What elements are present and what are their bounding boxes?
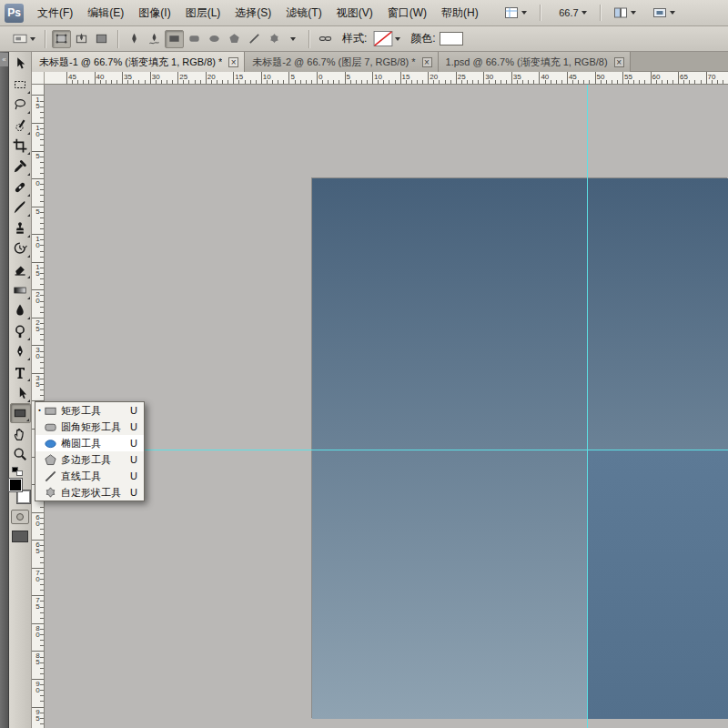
screen-mode-toggle[interactable]: [12, 531, 28, 542]
ruler-tick: [40, 590, 44, 591]
menu-window[interactable]: 窗口(W): [380, 0, 434, 25]
ruler-tick: [217, 80, 217, 84]
rectangular-marquee-tool[interactable]: [10, 75, 31, 95]
zoom-tool[interactable]: [10, 444, 31, 464]
ellipse-tool-button[interactable]: [205, 30, 224, 48]
canvas-viewport[interactable]: [45, 85, 728, 728]
ruler-tick: [40, 295, 44, 296]
ruler-tick: [40, 395, 44, 396]
tab-close-icon[interactable]: ×: [228, 57, 238, 67]
tab-close-icon[interactable]: ×: [614, 57, 624, 67]
tab-title: 未标题-1 @ 66.7% (渐变填充 1, RGB/8) *: [39, 56, 222, 69]
brush-tool[interactable]: [10, 197, 31, 217]
document-canvas[interactable]: [312, 178, 728, 719]
view-extras-button[interactable]: [500, 3, 531, 23]
arrange-documents-button[interactable]: [610, 3, 640, 23]
quick-mask-button[interactable]: [11, 510, 29, 524]
ruler-tick: [40, 128, 44, 129]
ruler-tick: [267, 80, 268, 84]
zoom-level-button[interactable]: 66.7: [550, 5, 591, 21]
screen-mode-button[interactable]: [649, 3, 679, 23]
menu-view[interactable]: 视图(V): [329, 0, 380, 25]
menu-edit[interactable]: 编辑(E): [80, 0, 131, 25]
line-tool-button[interactable]: [245, 30, 264, 48]
type-tool[interactable]: [10, 362, 31, 382]
foreground-color-swatch[interactable]: [9, 479, 22, 491]
lasso-tool[interactable]: [10, 95, 31, 115]
move-tool[interactable]: [10, 54, 31, 74]
polygon-tool-button[interactable]: [225, 30, 244, 48]
menu-image[interactable]: 图像(I): [131, 0, 177, 25]
flyout-item-polygon[interactable]: 多边形工具U: [35, 451, 144, 468]
ruler-tick: [533, 80, 534, 84]
style-picker-button[interactable]: [370, 30, 403, 48]
eyedropper-tool[interactable]: [10, 157, 31, 177]
document-tab[interactable]: 未标题-2 @ 66.7% (图层 7, RGB/8) *×: [245, 52, 438, 72]
pen-tool[interactable]: [10, 341, 31, 361]
shape-color-swatch[interactable]: [440, 32, 463, 46]
tab-close-icon[interactable]: ×: [422, 57, 432, 67]
ruler-origin-corner[interactable]: [32, 72, 45, 85]
fill-pixels-mode-button[interactable]: [92, 30, 111, 48]
horizontal-ruler[interactable]: 4540353025201510505101520253035404550556…: [45, 72, 728, 85]
quick-selection-tool[interactable]: [10, 116, 31, 136]
background-color-swatch[interactable]: [17, 490, 30, 503]
ruler-label: 10: [32, 125, 44, 137]
foreground-background-colors[interactable]: [9, 479, 31, 503]
custom-shape-tool-button[interactable]: [265, 30, 284, 48]
menu-help[interactable]: 帮助(H): [434, 0, 486, 25]
ruler-tick: [672, 80, 673, 84]
ruler-tick: [40, 217, 44, 218]
ruler-tick: [617, 80, 618, 84]
menu-layer[interactable]: 图层(L): [178, 0, 228, 25]
ruler-tick: [456, 72, 457, 84]
horizontal-guide[interactable]: [45, 450, 728, 450]
vertical-guide[interactable]: [587, 85, 588, 728]
hand-tool[interactable]: [10, 424, 31, 444]
flyout-item-label: 矩形工具: [61, 404, 130, 418]
flyout-item-rectangle[interactable]: ▪矩形工具U: [35, 402, 144, 419]
ruler-tick: [683, 80, 684, 84]
ruler-tick: [589, 80, 590, 84]
history-brush-tool[interactable]: [10, 238, 31, 258]
divider: [600, 5, 601, 21]
eraser-tool[interactable]: [10, 259, 31, 279]
spot-healing-brush-tool[interactable]: [10, 177, 31, 197]
shape-tool[interactable]: [10, 403, 31, 423]
geometry-options-button[interactable]: [284, 30, 302, 48]
rect-small-icon: [167, 32, 181, 46]
rounded-rectangle-tool-button[interactable]: [185, 30, 204, 48]
collapse-dock-icon[interactable]: «: [0, 53, 8, 66]
tool-preset-button[interactable]: [9, 30, 38, 48]
gradient-tool[interactable]: [10, 280, 31, 300]
flyout-item-custom-shape[interactable]: 自定形状工具U: [35, 484, 144, 500]
blur-tool[interactable]: [10, 300, 31, 320]
clone-stamp-tool[interactable]: [10, 218, 31, 238]
flyout-item-ellipse[interactable]: 椭圆工具U: [35, 435, 144, 451]
ruler-tick: [528, 80, 529, 84]
ruler-tick: [417, 80, 418, 84]
default-colors-icon[interactable]: [12, 467, 23, 476]
menu-file[interactable]: 文件(F): [30, 0, 80, 25]
photoshop-logo: Ps: [5, 4, 24, 23]
menu-filter[interactable]: 滤镜(T): [278, 0, 329, 25]
freeform-pen-tool-button[interactable]: [145, 30, 164, 48]
rect-tool-icon: [44, 404, 57, 418]
ruler-tick: [116, 80, 117, 84]
document-tab[interactable]: 未标题-1 @ 66.7% (渐变填充 1, RGB/8) *×: [32, 52, 245, 72]
crop-tool[interactable]: [10, 136, 31, 156]
document-tab-bar: 未标题-1 @ 66.7% (渐变填充 1, RGB/8) *×未标题-2 @ …: [32, 52, 728, 72]
shape-layers-mode-button[interactable]: [52, 30, 71, 48]
ruler-tick: [356, 80, 357, 84]
link-icon: [318, 32, 332, 46]
pen-tool-button[interactable]: [125, 30, 144, 48]
dodge-tool[interactable]: [10, 321, 31, 341]
link-areas-button[interactable]: [316, 30, 335, 48]
document-tab[interactable]: 1.psd @ 66.7% (渐变填充 1, RGB/8)×: [439, 52, 631, 72]
path-selection-tool[interactable]: [10, 383, 31, 403]
flyout-item-rounded-rectangle[interactable]: 圆角矩形工具U: [35, 419, 144, 435]
rectangle-tool-button[interactable]: [165, 30, 184, 48]
flyout-item-line[interactable]: 直线工具U: [35, 468, 144, 484]
paths-mode-button[interactable]: [72, 30, 91, 48]
menu-select[interactable]: 选择(S): [228, 0, 278, 25]
